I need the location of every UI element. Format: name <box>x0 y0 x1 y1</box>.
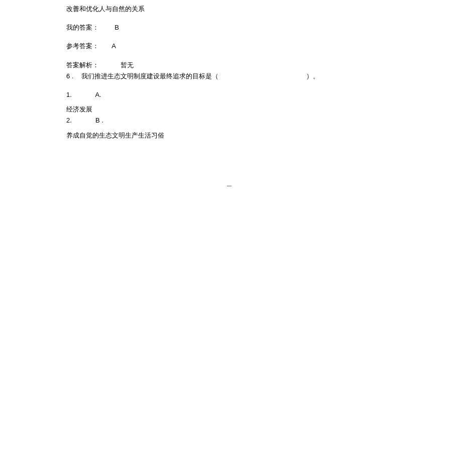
option-text-line: 养成自觉的生态文明生产生活习俗 <box>66 131 397 140</box>
value-my-answer: B <box>114 24 119 31</box>
option-number: 1. <box>66 91 72 98</box>
question-text: 我们推进生态文明制度建设最终追求的目标是（ <box>81 72 218 80</box>
label-analysis: 答案解析： <box>66 61 99 69</box>
value-analysis: 暂无 <box>121 61 134 69</box>
option-text-line: 经济发展 <box>66 105 397 114</box>
question-line: 6 . 我们推进生态文明制度建设最终追求的目标是（ ）。 <box>66 72 397 81</box>
footer-mark: — <box>227 183 232 188</box>
document-content: 改善和优化人与自然的关系 我的答案： B 参考答案： A 答案解析： 暂无 6 … <box>0 0 462 140</box>
text-line: 改善和优化人与自然的关系 <box>66 5 397 14</box>
question-end: ）。 <box>306 72 319 80</box>
option-marker-line: 2. B . <box>66 116 397 125</box>
label-my-answer: 我的答案： <box>66 24 99 31</box>
my-answer-line: 我的答案： B <box>66 23 397 32</box>
question-number: 6 . <box>66 72 73 80</box>
option-marker-line: 1. A. <box>66 90 397 99</box>
value-ref-answer: A <box>111 42 116 50</box>
option-letter: B . <box>95 116 103 124</box>
analysis-line: 答案解析： 暂无 <box>66 61 397 70</box>
ref-answer-line: 参考答案： A <box>66 42 397 51</box>
option-number: 2. <box>66 116 72 124</box>
label-ref-answer: 参考答案： <box>66 42 99 50</box>
option-letter: A. <box>95 91 101 98</box>
